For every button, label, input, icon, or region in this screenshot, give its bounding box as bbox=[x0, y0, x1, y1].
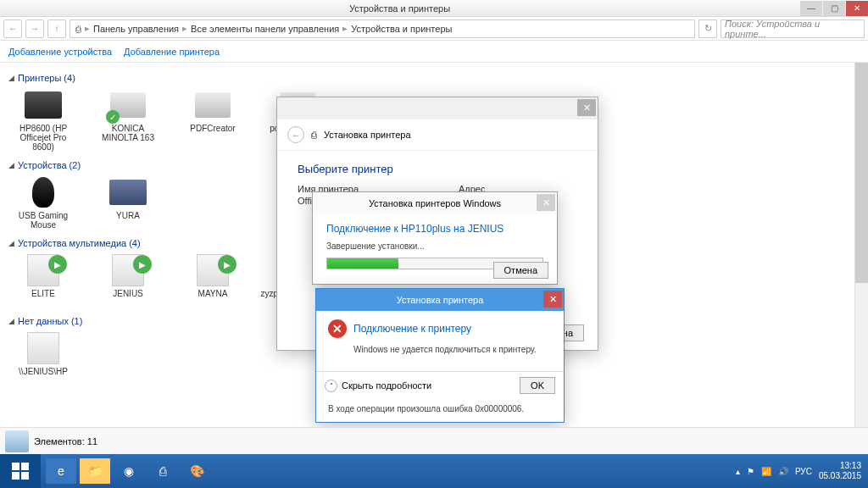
tray-language[interactable]: РУС bbox=[795, 467, 812, 476]
device-item[interactable]: YURA bbox=[98, 175, 158, 230]
device-item[interactable]: USB Gaming Mouse bbox=[14, 175, 73, 230]
scrollbar[interactable] bbox=[854, 63, 868, 427]
refresh-button[interactable]: ↻ bbox=[698, 19, 717, 38]
add-printer-link[interactable]: Добавление принтера bbox=[124, 47, 220, 57]
maximize-button[interactable]: ▢ bbox=[823, 1, 845, 16]
up-button[interactable]: ↑ bbox=[47, 19, 66, 38]
cancel-button[interactable]: Отмена bbox=[493, 262, 548, 279]
start-button[interactable] bbox=[0, 454, 41, 488]
taskbar-chrome-icon[interactable]: ◉ bbox=[114, 458, 144, 484]
tray-network-icon[interactable]: 📶 bbox=[761, 467, 771, 476]
dialog-title: Установка принтера✕ bbox=[316, 289, 564, 311]
media-item[interactable]: ▶ELITE bbox=[14, 253, 73, 308]
tray-volume-icon[interactable]: 🔊 bbox=[778, 467, 788, 476]
taskbar-paint-icon[interactable]: 🎨 bbox=[181, 458, 212, 484]
svg-rect-1 bbox=[21, 463, 29, 470]
breadcrumb-icon: ⎙ bbox=[75, 24, 81, 34]
hide-details-button[interactable]: ˄Скрыть подробности bbox=[325, 380, 431, 392]
error-icon: ✕ bbox=[328, 319, 347, 338]
dialog-heading: Подключение к HP110plus на JENIUS bbox=[326, 223, 543, 235]
dialog-title: ✕ bbox=[277, 97, 598, 119]
close-button[interactable]: ✕ bbox=[846, 1, 868, 16]
dialog-close-button[interactable]: ✕ bbox=[577, 99, 596, 116]
dialog-heading: Подключение к принтеру bbox=[353, 323, 471, 335]
svg-rect-3 bbox=[21, 472, 29, 480]
printer-item[interactable]: PDFCreator bbox=[183, 88, 242, 152]
device-item[interactable]: \\JENIUS\HP bbox=[14, 331, 73, 376]
status-bar: Элементов: 11 bbox=[0, 427, 868, 454]
taskbar: e 📁 ◉ ⎙ 🎨 ▴ ⚑ 📶 🔊 РУС 13:13 05.03.2015 bbox=[0, 454, 868, 488]
tray-up-icon[interactable]: ▴ bbox=[736, 467, 740, 476]
search-input[interactable]: Поиск: Устройства и принте... bbox=[721, 19, 865, 38]
dialog-subheading: Выберите принтер bbox=[298, 163, 577, 175]
breadcrumb-item[interactable]: Панель управления bbox=[93, 24, 179, 34]
taskbar-ie-icon[interactable]: e bbox=[46, 458, 76, 484]
printer-item[interactable]: HP8600 (HP Officejet Pro 8600) bbox=[14, 88, 73, 152]
back-button[interactable]: ← bbox=[3, 19, 22, 38]
dialog-heading: Установка принтера bbox=[324, 130, 411, 140]
svg-rect-2 bbox=[12, 472, 19, 480]
tray-flag-icon[interactable]: ⚑ bbox=[747, 467, 754, 476]
breadcrumb-item[interactable]: Все элементы панели управления bbox=[191, 24, 339, 34]
system-tray[interactable]: ▴ ⚑ 📶 🔊 РУС 13:13 05.03.2015 bbox=[736, 461, 868, 481]
dialog-close-button[interactable]: ✕ bbox=[537, 194, 555, 211]
error-message: Windows не удается подключиться к принте… bbox=[353, 345, 552, 354]
status-count: Элементов: 11 bbox=[34, 436, 97, 446]
ok-button[interactable]: OK bbox=[520, 377, 555, 394]
printer-item[interactable]: ✓KONICA MINOLTA 163 bbox=[98, 88, 158, 152]
dialog-error: Установка принтера✕ ✕ Подключение к прин… bbox=[315, 288, 565, 423]
section-printers[interactable]: ◢Принтеры (4) bbox=[8, 73, 860, 83]
svg-rect-0 bbox=[12, 463, 19, 470]
dialog-close-button[interactable]: ✕ bbox=[543, 291, 562, 308]
taskbar-app-icon[interactable]: ⎙ bbox=[147, 458, 178, 484]
add-device-link[interactable]: Добавление устройства bbox=[8, 47, 112, 57]
navigation-bar: ← → ↑ ⎙ ▸ Панель управления ▸ Все элемен… bbox=[0, 17, 868, 41]
dialog-title: Установка принтеров Windows✕ bbox=[313, 192, 557, 214]
window-title: Устройства и принтеры bbox=[0, 3, 799, 14]
toolbar: Добавление устройства Добавление принтер… bbox=[0, 41, 868, 63]
windows-icon bbox=[12, 463, 29, 480]
media-item[interactable]: ▶JENIUS bbox=[98, 253, 158, 308]
status-icon bbox=[5, 430, 29, 452]
tray-clock[interactable]: 13:13 05.03.2015 bbox=[819, 461, 861, 481]
breadcrumb-item[interactable]: Устройства и принтеры bbox=[351, 24, 452, 34]
taskbar-explorer-icon[interactable]: 📁 bbox=[80, 458, 110, 484]
minimize-button[interactable]: — bbox=[800, 1, 822, 16]
window-titlebar: Устройства и принтеры — ▢ ✕ bbox=[0, 0, 868, 17]
dialog-install-progress: Установка принтеров Windows✕ Подключение… bbox=[312, 191, 558, 285]
printer-icon: ⎙ bbox=[311, 130, 317, 140]
forward-button[interactable]: → bbox=[25, 19, 44, 38]
media-item[interactable]: ▶MAYNA bbox=[183, 253, 242, 308]
breadcrumb[interactable]: ⎙ ▸ Панель управления ▸ Все элементы пан… bbox=[70, 19, 695, 38]
progress-status: Завершение установки... bbox=[326, 241, 543, 251]
error-detail: В ходе операции произошла ошибка 0x00000… bbox=[316, 399, 564, 422]
scrollbar-thumb[interactable] bbox=[855, 63, 868, 283]
dialog-back-button[interactable]: ← bbox=[287, 126, 304, 143]
